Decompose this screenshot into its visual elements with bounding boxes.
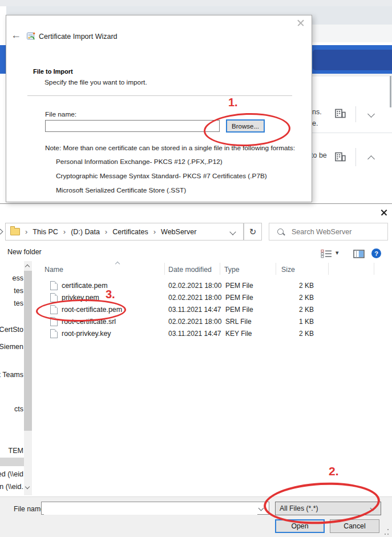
column-divider[interactable] — [276, 263, 276, 275]
refresh-button[interactable]: ↻ — [244, 223, 262, 241]
chevron-up-icon — [367, 155, 375, 163]
file-type: PEM File — [225, 294, 253, 302]
file-type-filter-dropdown[interactable]: All Files (*.*) — [275, 502, 381, 515]
bg-text-fragment: e. — [312, 119, 318, 127]
cancel-button[interactable]: Cancel — [330, 519, 379, 533]
dialog-title: Certificate Import Wizard — [39, 33, 118, 41]
file-size: 2 KB — [262, 306, 314, 314]
sidebar-item[interactable]: ess — [13, 274, 23, 282]
open-file-dialog: › This PC › (D:) Data › Certificates › W… — [0, 203, 392, 537]
bg-text-fragment: to be — [311, 151, 327, 159]
sidebar-item[interactable]: - Siemen — [0, 343, 23, 351]
help-button[interactable]: ? — [371, 249, 381, 258]
file-name-label: File name: — [45, 110, 76, 118]
nav-chevron-fragment — [0, 229, 3, 235]
chevron-down-icon — [370, 506, 376, 511]
sidebar-item[interactable]: cts — [14, 405, 23, 413]
open-button[interactable]: Open — [275, 519, 325, 533]
bg-strip-top — [0, 0, 392, 6]
column-divider[interactable] — [328, 263, 329, 275]
file-date: 03.11.2021 14:47 — [168, 306, 221, 314]
sidebar-item[interactable]: ft Teams — [0, 371, 23, 379]
filter-value: All Files (*.*) — [280, 504, 318, 512]
close-icon[interactable] — [297, 19, 305, 27]
section-heading: File to Import — [33, 68, 73, 75]
breadcrumb-item-this-pc[interactable]: This PC — [33, 228, 58, 236]
file-name-input[interactable] — [44, 503, 257, 515]
table-row[interactable]: root-privkey.key 03.11.2021 14:47 KEY Fi… — [0, 327, 392, 339]
file-type: SRL File — [225, 318, 252, 326]
bg-divider-vertical — [355, 106, 356, 122]
chevron-down-icon — [367, 110, 375, 118]
chevron-down-icon[interactable] — [258, 506, 264, 511]
breadcrumb-item-certificates[interactable]: Certificates — [112, 228, 148, 236]
file-type: KEY File — [225, 330, 252, 338]
screenshot-root: ns. e. to be ← Certificate Import Wizard… — [0, 0, 392, 537]
table-row[interactable]: root-certificate.srl 02.02.2021 18:00 SR… — [0, 315, 392, 327]
scroll-up-icon[interactable] — [25, 265, 30, 269]
view-options-caret-icon[interactable]: ▾ — [336, 249, 339, 257]
sidebar-item[interactable]: tes — [14, 287, 23, 295]
certificate-import-wizard-dialog: ← Certificate Import Wizard File to Impo… — [6, 15, 312, 202]
bg-scrollbar-fragment — [390, 76, 391, 107]
certificate-wizard-icon — [26, 31, 37, 43]
file-type: PEM File — [225, 282, 253, 290]
format-item: Personal Information Exchange- PKCS #12 … — [56, 158, 223, 166]
bg-divider-horizontal — [311, 133, 392, 133]
file-size: 2 KB — [262, 330, 314, 338]
scroll-down-icon[interactable] — [25, 484, 30, 489]
file-name-input[interactable] — [45, 120, 220, 132]
divider — [27, 95, 292, 96]
view-list-icon[interactable] — [321, 249, 333, 260]
sidebar-item[interactable]: TEM — [9, 447, 23, 455]
section-subheading: Specify the file you want to import. — [45, 78, 147, 86]
column-divider[interactable] — [374, 263, 374, 275]
sidebar-scrollbar-thumb[interactable] — [24, 271, 32, 431]
breadcrumb-separator: › — [153, 227, 156, 236]
format-item: Microsoft Serialized Certificate Store (… — [56, 186, 186, 194]
breadcrumb-item-webserver[interactable]: WebServer — [161, 228, 196, 236]
file-name: root-privkey.key — [62, 330, 111, 338]
search-input[interactable] — [290, 227, 384, 237]
file-icon — [50, 293, 58, 302]
column-header-type[interactable]: Type — [224, 266, 240, 274]
sort-ascending-icon — [115, 262, 120, 266]
breadcrumb-separator: › — [105, 227, 107, 236]
breadcrumb-item-drive[interactable]: (D:) Data — [71, 228, 100, 236]
back-button[interactable]: ← — [11, 29, 21, 41]
note-text: Note: More than one certificate can be s… — [45, 144, 295, 152]
preview-pane-icon[interactable] — [353, 250, 365, 260]
file-size: 2 KB — [262, 282, 314, 290]
sidebar-item[interactable]: n (\\eid. — [0, 483, 23, 491]
folder-icon — [10, 228, 20, 235]
sidebar-item[interactable]: sCertSto — [0, 326, 23, 334]
sidebar-item-selected[interactable] — [0, 458, 24, 466]
column-header-name[interactable]: Name — [45, 266, 63, 274]
column-header-size[interactable]: Size — [281, 266, 295, 274]
column-header-date[interactable]: Date modified — [168, 266, 212, 274]
address-bar[interactable]: › This PC › (D:) Data › Certificates › W… — [5, 223, 244, 241]
search-box[interactable] — [269, 223, 388, 241]
table-row[interactable]: certificate.pem 02.02.2021 18:00 PEM Fil… — [0, 279, 392, 291]
close-icon[interactable] — [380, 209, 387, 216]
new-folder-button[interactable]: New folder — [7, 248, 42, 256]
address-dropdown-icon[interactable] — [229, 229, 236, 235]
table-row[interactable]: privkey.pem 02.02.2021 18:00 PEM File 2 … — [0, 291, 392, 303]
sidebar-scrollbar-track[interactable] — [24, 261, 32, 495]
file-name: root-certificate.srl — [62, 318, 116, 326]
file-date: 02.02.2021 18:00 — [168, 282, 221, 290]
file-name: certificate.pem — [62, 282, 108, 290]
resize-grip[interactable] — [383, 529, 389, 535]
annotation-step-3: 3. — [106, 288, 115, 301]
browse-button[interactable]: Browse... — [226, 119, 265, 133]
column-divider[interactable] — [220, 263, 220, 275]
sidebar-item[interactable]: tes — [14, 299, 23, 307]
refresh-icon: ↻ — [249, 227, 257, 237]
annotation-step-2: 2. — [329, 464, 339, 478]
sidebar-item[interactable]: ed (\\eid — [0, 470, 23, 478]
table-row[interactable]: root-certificate.pem 03.11.2021 14:47 PE… — [0, 303, 392, 315]
search-icon — [277, 229, 284, 235]
column-divider[interactable] — [164, 263, 165, 275]
building-icon — [335, 109, 346, 120]
file-name-combo[interactable] — [41, 502, 269, 515]
